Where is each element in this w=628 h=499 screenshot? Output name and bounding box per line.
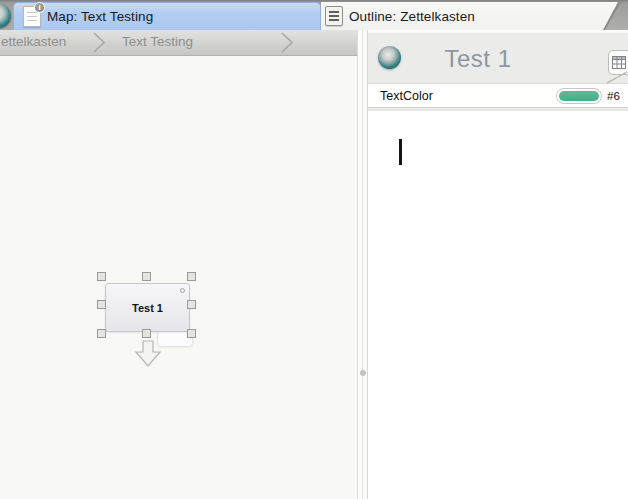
text-pane-header: Test 1 — [368, 30, 628, 84]
text-pane: Test 1 TextColor #6 — [368, 30, 628, 499]
selection-handle-mid-left[interactable] — [97, 300, 106, 309]
chevron-right-icon — [92, 32, 107, 53]
divider-drag-dot-icon[interactable] — [360, 370, 366, 376]
key-attribute-row[interactable]: TextColor #6 — [368, 84, 628, 108]
map-view[interactable]: Test 1 — [0, 56, 357, 499]
selection-handle-top-center[interactable] — [142, 272, 151, 281]
outline-icon-lines — [329, 11, 339, 22]
document-icon: i — [23, 6, 41, 27]
tab-label-map: Map: Text Testing — [47, 9, 153, 24]
document-icon-lines — [27, 12, 37, 23]
window-corner-ball-icon — [0, 4, 11, 28]
text-caret — [399, 139, 402, 165]
map-node-title: Test 1 — [132, 302, 163, 314]
attribute-value[interactable]: #6 — [607, 90, 628, 102]
map-node-test1[interactable]: Test 1 — [105, 283, 190, 332]
tab-outline-surface: Outline: Zettelkasten — [321, 2, 621, 30]
app-window: { "tab_bar": { "tabs": [ { "label": "Map… — [0, 0, 628, 499]
tab-bar: i Map: Text Testing Outline: Zettelkaste… — [0, 0, 628, 30]
table-grid-icon — [612, 56, 626, 69]
selection-handle-top-left[interactable] — [97, 272, 106, 281]
color-swatch-fill — [559, 91, 599, 101]
breadcrumb-item-text-testing[interactable]: Text Testing — [122, 34, 193, 49]
breadcrumb: ettelkasten Text Testing — [0, 30, 357, 56]
outline-icon — [325, 6, 343, 26]
note-title[interactable]: Test 1 — [368, 45, 588, 73]
tab-map-text-testing[interactable]: i Map: Text Testing — [13, 2, 321, 30]
pane-divider[interactable] — [357, 30, 368, 499]
selection-handle-bottom-left[interactable] — [97, 329, 106, 338]
tab-label-outline: Outline: Zettelkasten — [349, 9, 475, 24]
info-badge-icon: i — [34, 2, 45, 13]
node-corner-dot-icon — [180, 288, 185, 293]
corner-fold-line-icon — [606, 70, 628, 85]
link-creation-arrow-icon[interactable] — [134, 340, 162, 368]
breadcrumb-item-zettelkasten[interactable]: ettelkasten — [1, 34, 66, 49]
selection-handle-bottom-center[interactable] — [142, 329, 151, 338]
divider-line — [362, 30, 363, 499]
selection-handle-top-right[interactable] — [187, 272, 196, 281]
selection-handle-mid-right[interactable] — [187, 300, 196, 309]
tab-outline-zettelkasten[interactable]: Outline: Zettelkasten — [321, 2, 621, 30]
selection-handle-bottom-right[interactable] — [187, 329, 196, 338]
attribute-name: TextColor — [380, 89, 433, 103]
note-text-area[interactable] — [368, 111, 628, 497]
chevron-right-icon — [280, 32, 295, 53]
color-swatch[interactable] — [556, 88, 602, 104]
